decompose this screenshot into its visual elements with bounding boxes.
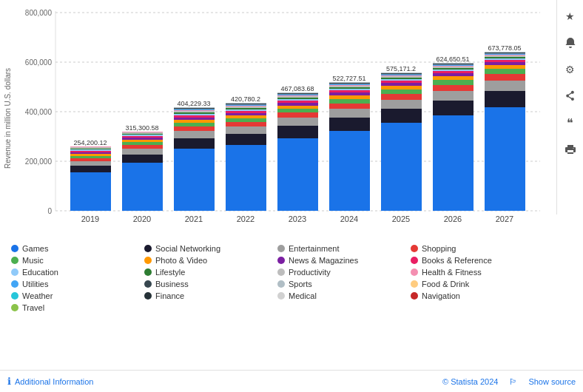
svg-rect-20 xyxy=(70,151,111,152)
legend-item-sports: Sports xyxy=(277,280,411,288)
legend-item-education: Education xyxy=(11,268,144,277)
navigation-dot xyxy=(411,292,418,300)
svg-rect-145 xyxy=(485,55,525,57)
legend-item-shopping: Shopping xyxy=(411,244,544,253)
svg-rect-65 xyxy=(226,107,266,108)
footer: ℹ Additional Information © Statista 2024… xyxy=(0,370,583,392)
svg-rect-43 xyxy=(174,123,215,126)
svg-rect-143 xyxy=(485,58,525,60)
svg-rect-34 xyxy=(122,135,163,136)
shopping-label: Shopping xyxy=(422,244,456,253)
legend-item-books: Books & Reference xyxy=(411,256,544,265)
svg-text:404,229.33: 404,229.33 xyxy=(177,100,210,107)
share-button[interactable] xyxy=(560,86,581,107)
education-dot xyxy=(11,268,18,276)
svg-rect-138 xyxy=(485,74,525,81)
svg-rect-79 xyxy=(277,99,318,101)
legend-item-food: Food & Drink xyxy=(411,280,544,288)
svg-rect-21 xyxy=(70,149,111,151)
svg-rect-80 xyxy=(277,98,318,99)
navigation-label: Navigation xyxy=(422,291,460,300)
svg-rect-93 xyxy=(329,92,370,95)
svg-text:2027: 2027 xyxy=(496,214,513,223)
svg-rect-136 xyxy=(485,91,525,107)
quote-button[interactable]: ❝ xyxy=(560,112,581,133)
svg-rect-72 xyxy=(277,126,318,138)
svg-text:400,000: 400,000 xyxy=(25,108,53,116)
legend-item-entertainment: Entertainment xyxy=(277,244,411,253)
svg-text:2021: 2021 xyxy=(185,214,203,223)
svg-rect-81 xyxy=(277,96,318,98)
games-label: Games xyxy=(22,244,48,253)
health-label: Health & Fitness xyxy=(422,268,482,277)
svg-rect-64 xyxy=(226,108,266,109)
svg-rect-87 xyxy=(329,131,370,211)
svg-text:315,300.58: 315,300.58 xyxy=(125,124,158,132)
svg-rect-68 xyxy=(226,104,266,105)
svg-rect-109 xyxy=(381,83,422,86)
svg-rect-103 xyxy=(381,123,422,211)
svg-rect-53 xyxy=(174,107,215,108)
business-dot xyxy=(144,280,152,288)
legend-item-productivity: Productivity xyxy=(277,268,411,277)
svg-rect-82 xyxy=(277,95,318,96)
svg-rect-66 xyxy=(226,106,266,107)
svg-rect-84 xyxy=(277,93,318,95)
svg-rect-50 xyxy=(174,110,215,111)
svg-rect-94 xyxy=(329,90,370,92)
show-source-link[interactable]: Show source xyxy=(528,377,576,386)
svg-rect-125 xyxy=(433,73,474,76)
legend-item-weather: Weather xyxy=(11,291,144,300)
svg-rect-99 xyxy=(329,84,370,86)
svg-text:2019: 2019 xyxy=(81,214,99,223)
svg-rect-116 xyxy=(381,73,422,75)
svg-rect-113 xyxy=(381,76,422,78)
legend-grid: Games Social Networking Entertainment Sh… xyxy=(7,237,540,320)
music-label: Music xyxy=(22,256,44,265)
productivity-dot xyxy=(277,268,285,276)
svg-rect-39 xyxy=(174,149,215,211)
legend-item-utilities: Utilities xyxy=(11,280,144,288)
bookmark-button[interactable]: ★ xyxy=(560,6,581,27)
svg-rect-130 xyxy=(433,66,474,67)
svg-rect-89 xyxy=(329,109,370,118)
svg-rect-62 xyxy=(226,111,266,113)
svg-text:522,727.51: 522,727.51 xyxy=(332,75,365,82)
svg-rect-83 xyxy=(277,95,318,96)
notification-button[interactable] xyxy=(560,33,581,53)
svg-rect-108 xyxy=(381,86,422,89)
svg-rect-88 xyxy=(329,118,370,131)
svg-rect-47 xyxy=(174,114,215,115)
travel-dot xyxy=(11,304,18,311)
print-button[interactable] xyxy=(560,139,581,160)
svg-rect-112 xyxy=(381,78,422,79)
photo-dot xyxy=(144,257,152,264)
health-dot xyxy=(411,268,418,276)
books-label: Books & Reference xyxy=(422,256,492,265)
svg-rect-135 xyxy=(485,107,525,211)
legend-item-finance: Finance xyxy=(144,291,277,300)
svg-text:200,000: 200,000 xyxy=(25,158,53,166)
legend-item-games: Games xyxy=(11,244,144,253)
svg-rect-76 xyxy=(277,106,318,109)
svg-rect-37 xyxy=(122,132,163,132)
svg-rect-19 xyxy=(70,152,111,154)
svg-rect-148 xyxy=(485,53,525,54)
entertainment-dot xyxy=(277,245,285,252)
svg-rect-33 xyxy=(122,136,163,138)
svg-rect-96 xyxy=(329,87,370,89)
music-dot xyxy=(11,257,18,264)
svg-rect-71 xyxy=(277,138,318,211)
svg-rect-147 xyxy=(485,54,525,55)
svg-text:420,780.2: 420,780.2 xyxy=(231,95,260,103)
finance-dot xyxy=(144,292,152,300)
settings-button[interactable]: ⚙ xyxy=(560,59,581,80)
bar-chart: 0 200,000 400,000 600,000 800,000 Revenu… xyxy=(0,0,556,237)
svg-rect-16 xyxy=(70,158,111,161)
svg-rect-28 xyxy=(122,149,163,155)
svg-rect-140 xyxy=(485,65,525,69)
svg-text:800,000: 800,000 xyxy=(25,9,53,17)
additional-info-link[interactable]: ℹ Additional Information xyxy=(7,376,93,387)
svg-rect-49 xyxy=(174,111,215,112)
svg-rect-41 xyxy=(174,131,215,138)
